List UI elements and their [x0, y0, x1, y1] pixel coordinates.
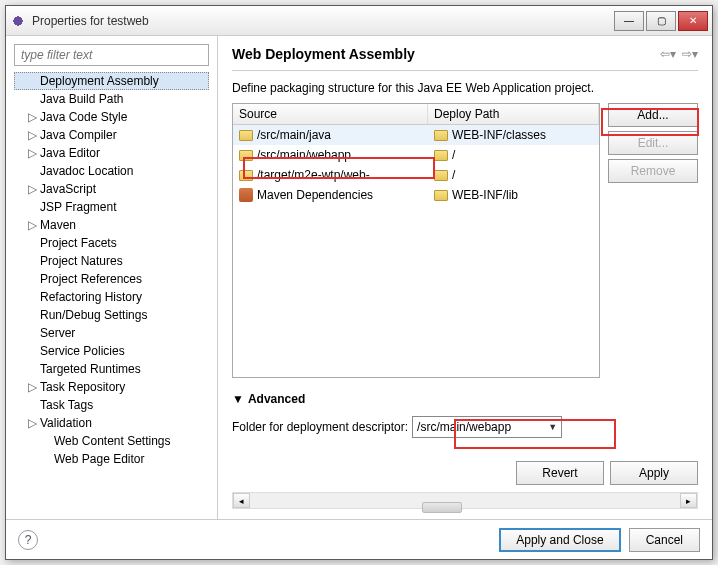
folder-icon [434, 190, 448, 201]
tree-item[interactable]: Web Page Editor [14, 450, 209, 468]
tree-arrow-icon: ▷ [28, 110, 38, 124]
tree-item[interactable]: Deployment Assembly [14, 72, 209, 90]
col-source[interactable]: Source [233, 104, 428, 124]
add-button[interactable]: Add... [608, 103, 698, 127]
table-row[interactable]: Maven DependenciesWEB-INF/lib [233, 185, 599, 205]
source-cell: /src/main/webapp [257, 148, 351, 162]
tree-item-label: Server [40, 326, 75, 340]
forward-icon[interactable]: ⇨▾ [682, 47, 698, 61]
tree-item[interactable]: Project Natures [14, 252, 209, 270]
tree-item[interactable]: JSP Fragment [14, 198, 209, 216]
tree-item[interactable]: Project Facets [14, 234, 209, 252]
tree-item-label: Refactoring History [40, 290, 142, 304]
tree-arrow-icon: ▷ [28, 146, 38, 160]
eclipse-icon [10, 13, 26, 29]
remove-button[interactable]: Remove [608, 159, 698, 183]
category-tree[interactable]: Deployment AssemblyJava Build Path▷Java … [14, 72, 209, 517]
advanced-label: Advanced [248, 392, 305, 406]
tree-item-label: JavaScript [40, 182, 96, 196]
minimize-button[interactable]: — [614, 11, 644, 31]
tree-arrow-icon: ▷ [28, 128, 38, 142]
tree-item-label: Deployment Assembly [40, 74, 159, 88]
folder-icon [434, 130, 448, 141]
tree-item-label: Maven [40, 218, 76, 232]
table-row[interactable]: /target/m2e-wtp/web-/ [233, 165, 599, 185]
deploy-cell: WEB-INF/classes [452, 128, 546, 142]
tree-item[interactable]: Service Policies [14, 342, 209, 360]
jar-icon [239, 188, 253, 202]
properties-dialog: Properties for testweb — ▢ ✕ Deployment … [5, 5, 713, 560]
tree-item[interactable]: Java Build Path [14, 90, 209, 108]
filter-input[interactable] [14, 44, 209, 66]
descriptor-folder-dropdown[interactable]: /src/main/webapp ▼ [412, 416, 562, 438]
cancel-button[interactable]: Cancel [629, 528, 700, 552]
tree-item-label: Web Content Settings [54, 434, 171, 448]
tree-item-label: JSP Fragment [40, 200, 116, 214]
scroll-left-icon[interactable]: ◂ [233, 493, 250, 508]
tree-item[interactable]: ▷Task Repository [14, 378, 209, 396]
scroll-thumb[interactable] [422, 502, 462, 513]
horizontal-scrollbar[interactable]: ◂ ▸ [232, 492, 698, 509]
chevron-down-icon: ▼ [548, 422, 557, 432]
tree-item[interactable]: Run/Debug Settings [14, 306, 209, 324]
folder-icon [239, 130, 253, 141]
tree-item[interactable]: Web Content Settings [14, 432, 209, 450]
tree-item[interactable]: ▷Java Editor [14, 144, 209, 162]
back-icon[interactable]: ⇦▾ [660, 47, 676, 61]
tree-item[interactable]: ▷Maven [14, 216, 209, 234]
revert-button[interactable]: Revert [516, 461, 604, 485]
col-deploy[interactable]: Deploy Path [428, 104, 599, 124]
tree-item-label: Task Tags [40, 398, 93, 412]
edit-button[interactable]: Edit... [608, 131, 698, 155]
assembly-table[interactable]: Source Deploy Path /src/main/javaWEB-INF… [232, 103, 600, 378]
advanced-toggle[interactable]: ▼ Advanced [232, 392, 698, 406]
folder-icon [434, 150, 448, 161]
descriptor-folder-label: Folder for deployment descriptor: [232, 420, 408, 434]
maximize-button[interactable]: ▢ [646, 11, 676, 31]
tree-item[interactable]: ▷Java Code Style [14, 108, 209, 126]
help-icon[interactable]: ? [18, 530, 38, 550]
apply-button[interactable]: Apply [610, 461, 698, 485]
apply-close-button[interactable]: Apply and Close [499, 528, 620, 552]
tree-item-label: Run/Debug Settings [40, 308, 147, 322]
folder-icon [239, 170, 253, 181]
tree-item-label: Project Facets [40, 236, 117, 250]
folder-icon [239, 150, 253, 161]
close-button[interactable]: ✕ [678, 11, 708, 31]
tree-item-label: Targeted Runtimes [40, 362, 141, 376]
titlebar[interactable]: Properties for testweb — ▢ ✕ [6, 6, 712, 36]
tree-item[interactable]: ▷JavaScript [14, 180, 209, 198]
dialog-buttons: ? Apply and Close Cancel [6, 519, 712, 559]
tree-item[interactable]: ▷Validation [14, 414, 209, 432]
tree-item-label: Project Natures [40, 254, 123, 268]
deploy-cell: / [452, 148, 455, 162]
table-row[interactable]: /src/main/webapp/ [233, 145, 599, 165]
tree-item-label: Java Build Path [40, 92, 123, 106]
window-title: Properties for testweb [32, 14, 614, 28]
tree-item-label: Java Editor [40, 146, 100, 160]
tree-arrow-icon: ▷ [28, 380, 38, 394]
source-cell: Maven Dependencies [257, 188, 373, 202]
expand-icon: ▼ [232, 392, 244, 406]
tree-item-label: Java Code Style [40, 110, 127, 124]
deploy-cell: WEB-INF/lib [452, 188, 518, 202]
folder-icon [434, 170, 448, 181]
tree-item[interactable]: Javadoc Location [14, 162, 209, 180]
details-panel: Web Deployment Assembly ⇦▾ ⇨▾ Define pac… [218, 36, 712, 519]
tree-item[interactable]: Refactoring History [14, 288, 209, 306]
tree-item[interactable]: Server [14, 324, 209, 342]
scroll-right-icon[interactable]: ▸ [680, 493, 697, 508]
tree-item[interactable]: Task Tags [14, 396, 209, 414]
tree-item-label: Project References [40, 272, 142, 286]
tree-arrow-icon: ▷ [28, 416, 38, 430]
table-row[interactable]: /src/main/javaWEB-INF/classes [233, 125, 599, 145]
source-cell: /src/main/java [257, 128, 331, 142]
dropdown-value: /src/main/webapp [417, 420, 511, 434]
tree-item[interactable]: Project References [14, 270, 209, 288]
deploy-cell: / [452, 168, 455, 182]
tree-arrow-icon: ▷ [28, 218, 38, 232]
tree-item[interactable]: ▷Java Compiler [14, 126, 209, 144]
tree-item-label: Task Repository [40, 380, 125, 394]
tree-item[interactable]: Targeted Runtimes [14, 360, 209, 378]
tree-arrow-icon: ▷ [28, 182, 38, 196]
